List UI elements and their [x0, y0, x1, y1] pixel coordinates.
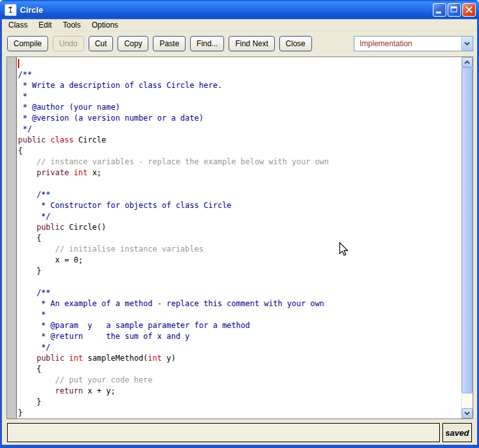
- code-line: public Circle(): [18, 222, 461, 233]
- minimize-button[interactable]: [433, 3, 446, 17]
- code-line: * @version (a version number or a date): [18, 113, 461, 124]
- code-line: /**: [18, 189, 461, 200]
- code-line: * Constructor for objects of class Circl…: [18, 200, 461, 211]
- toolbar-buttons: CompileUndoCutCopyPasteFind...Find NextC…: [7, 36, 312, 51]
- code-line: * @author (your name): [18, 102, 461, 113]
- code-line: * @param y a sample parameter for a meth…: [18, 320, 461, 331]
- bluej-app-icon: [4, 4, 17, 16]
- view-selector-value: Implementation: [354, 39, 461, 48]
- chevron-down-icon[interactable]: [461, 37, 473, 51]
- menu-item-edit[interactable]: Edit: [33, 20, 58, 31]
- code-line: /**: [18, 69, 461, 80]
- editor-region: /** * Write a description of class Circl…: [2, 55, 477, 420]
- scrollbar-thumb[interactable]: [462, 67, 473, 393]
- code-line: * Write a description of class Circle he…: [18, 80, 461, 91]
- undo-button[interactable]: Undo: [53, 36, 84, 51]
- code-line: {: [18, 364, 461, 375]
- find-button[interactable]: Find...: [190, 36, 224, 51]
- code-line: {: [18, 233, 461, 244]
- paste-button[interactable]: Paste: [153, 36, 186, 51]
- toolbar: CompileUndoCutCopyPasteFind...Find NextC…: [2, 31, 477, 55]
- window-title: Circle: [20, 5, 433, 15]
- code-line: [18, 178, 461, 189]
- code-line: x = 0;: [18, 255, 461, 266]
- code-line: [18, 277, 461, 288]
- window-controls: [433, 3, 476, 17]
- menu-bar: ClassEditToolsOptions: [2, 19, 477, 31]
- code-line: *: [18, 309, 461, 320]
- code-line: public class Circle: [18, 135, 461, 146]
- scrollbar-track[interactable]: [462, 67, 473, 408]
- find-next-button[interactable]: Find Next: [229, 36, 274, 51]
- vertical-scrollbar[interactable]: [461, 57, 473, 418]
- code-line: }: [18, 266, 461, 277]
- status-message: [7, 423, 440, 442]
- title-bar[interactable]: Circle: [0, 0, 479, 19]
- code-line: // put your code here: [18, 375, 461, 386]
- code-line: }: [18, 408, 461, 418]
- text-caret: [18, 59, 19, 68]
- menu-item-options[interactable]: Options: [87, 20, 124, 31]
- editor-gutter[interactable]: [7, 57, 17, 418]
- code-line: return x + y;: [18, 386, 461, 397]
- close-button[interactable]: [462, 3, 476, 17]
- code-line: */: [18, 211, 461, 222]
- save-state-indicator: saved: [442, 423, 472, 442]
- bluej-editor-window: Circle ClassEditToolsOptions CompileUndo…: [0, 0, 479, 448]
- code-line: */: [18, 342, 461, 353]
- code-line: [18, 58, 461, 69]
- view-selector-dropdown[interactable]: Implementation: [354, 36, 473, 51]
- code-line: /**: [18, 288, 461, 298]
- code-line: public int sampleMethod(int y): [18, 353, 461, 364]
- code-line: */: [18, 124, 461, 135]
- code-line: }: [18, 397, 461, 408]
- code-line: // instance variables - replace the exam…: [18, 157, 461, 168]
- maximize-button[interactable]: [448, 3, 461, 17]
- code-line: *: [18, 91, 461, 102]
- code-line: * @return the sum of x and y: [18, 331, 461, 342]
- menu-item-tools[interactable]: Tools: [58, 20, 87, 31]
- code-editor: /** * Write a description of class Circl…: [6, 56, 473, 419]
- cut-button[interactable]: Cut: [89, 36, 114, 51]
- close-button[interactable]: Close: [279, 36, 312, 51]
- code-line: * An example of a method - replace this …: [18, 298, 461, 309]
- code-line: private int x;: [18, 168, 461, 178]
- menu-item-class[interactable]: Class: [3, 20, 33, 31]
- code-text-area[interactable]: /** * Write a description of class Circl…: [17, 57, 461, 418]
- compile-button[interactable]: Compile: [7, 36, 48, 51]
- scroll-up-button[interactable]: [462, 57, 473, 67]
- status-bar: saved: [2, 420, 477, 445]
- copy-button[interactable]: Copy: [118, 36, 148, 51]
- code-line: // initialise instance variables: [18, 244, 461, 255]
- scroll-down-button[interactable]: [462, 408, 473, 418]
- code-line: {: [18, 146, 461, 157]
